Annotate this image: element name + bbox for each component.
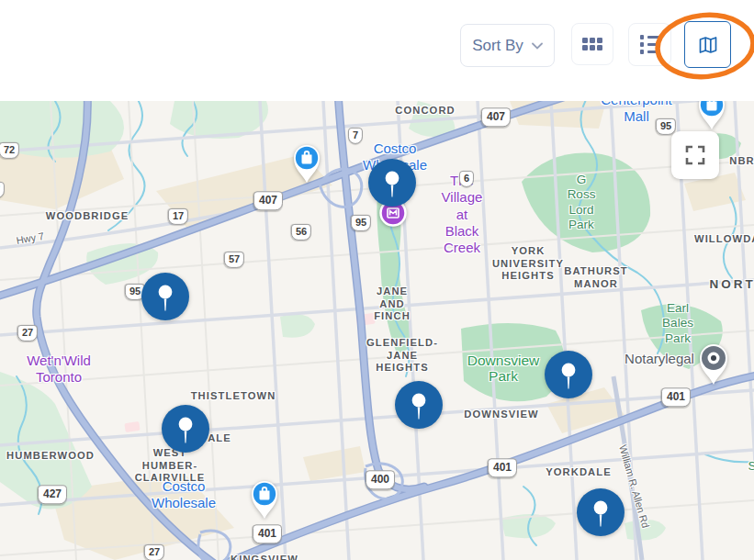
location-pin[interactable] (162, 405, 209, 453)
location-pin[interactable] (141, 273, 189, 320)
road-shield: 401 (253, 524, 282, 543)
place-dot-marker-icon[interactable] (695, 341, 732, 386)
map-view[interactable]: CONCORDWOODBRIDGEYORK UNIVERSITY HEIGHTS… (0, 101, 754, 560)
fullscreen-button[interactable] (671, 131, 719, 179)
list-view-button[interactable] (628, 23, 671, 66)
shopping-bag-pin-icon[interactable] (695, 101, 728, 131)
road-shield: 401 (488, 458, 517, 477)
road-shield: 400 (366, 470, 395, 489)
map-label: ALE (208, 432, 231, 445)
sort-by-dropdown[interactable]: Sort By (460, 24, 555, 67)
road-shield: 407 (253, 191, 283, 210)
map-label: Notarylegal (625, 351, 694, 367)
road-shield: 57 (224, 252, 244, 268)
grid-view-button[interactable] (571, 23, 613, 65)
map-label: JANE AND FINCH (374, 286, 411, 323)
road-shield: 427 (38, 485, 67, 504)
map-label: GLENFIELD-JANE HEIGHTS (366, 337, 438, 375)
road-shield: 56 (291, 224, 311, 241)
map-label: KINGSVIEW (231, 554, 298, 560)
map-label: Earl Bales Park (662, 301, 693, 346)
map-view-button[interactable] (684, 21, 731, 68)
map-label: WOODBRIDGE (46, 210, 129, 223)
shopping-bag-pin-icon[interactable] (248, 478, 281, 521)
road-shield: 95 (656, 118, 676, 135)
road-shield: 6 (459, 171, 474, 187)
map-label: G Ross Lord Park (568, 173, 596, 233)
map-label: YORK UNIVERSITY HEIGHTS (492, 245, 564, 283)
location-pin[interactable] (368, 159, 416, 207)
listing-results-screen: Sort By (0, 0, 754, 560)
location-pin[interactable] (577, 488, 625, 536)
map-label: THISTLETOWN (191, 390, 276, 403)
road-shield: 17 (168, 208, 188, 225)
road-shield: 407 (481, 107, 511, 127)
map-label: YORKDALE (546, 466, 612, 479)
road-shield: 95 (351, 215, 371, 231)
location-pin[interactable] (395, 381, 443, 429)
road-shield: 27 (144, 544, 164, 560)
location-pin[interactable] (545, 351, 592, 398)
shopping-bag-pin-icon[interactable] (290, 142, 323, 185)
grid-icon (582, 38, 602, 50)
map-label: Costco Wholesale (152, 478, 216, 512)
map-label: Wet'n'Wild Toronto (27, 353, 91, 386)
road-shield: 401 (661, 387, 691, 407)
map-label: S (748, 459, 754, 474)
map-label: CONCORD (395, 105, 456, 118)
chevron-down-icon (532, 42, 543, 50)
map-label: HUMBERWOOD (6, 450, 95, 463)
map-label: BATHURST MANOR (564, 265, 628, 290)
road-shield: 27 (17, 325, 38, 342)
map-label: DOWNSVIEW (464, 409, 538, 421)
road-shield: 72 (0, 142, 19, 159)
list-icon (640, 35, 660, 54)
map-label: WILLOWDALE (694, 233, 754, 246)
map-icon (697, 34, 719, 56)
sort-by-label: Sort By (472, 37, 523, 55)
road-shield: 7 (348, 128, 363, 144)
map-label: NORTH (710, 277, 754, 292)
toolbar: Sort By (0, 0, 754, 101)
fullscreen-icon (684, 144, 706, 166)
map-label: Downsview Park (467, 353, 539, 385)
map-label: NBR (729, 155, 754, 168)
